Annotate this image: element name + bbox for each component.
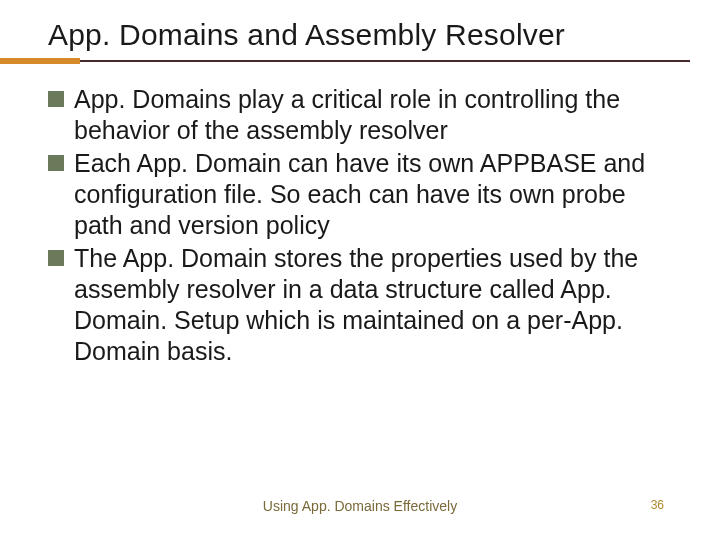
bullet-item: Each App. Domain can have its own APPBAS… <box>48 148 660 241</box>
slide: App. Domains and Assembly Resolver App. … <box>0 0 720 540</box>
bullet-item: The App. Domain stores the properties us… <box>48 243 660 367</box>
title-rule <box>48 60 680 66</box>
square-bullet-icon <box>48 91 64 107</box>
page-number: 36 <box>651 498 664 512</box>
square-bullet-icon <box>48 250 64 266</box>
bullet-text: App. Domains play a critical role in con… <box>74 84 660 146</box>
bullet-text: Each App. Domain can have its own APPBAS… <box>74 148 660 241</box>
bullet-text: The App. Domain stores the properties us… <box>74 243 660 367</box>
footer-text: Using App. Domains Effectively <box>0 498 720 514</box>
content-area: App. Domains play a critical role in con… <box>48 84 680 367</box>
slide-title: App. Domains and Assembly Resolver <box>48 18 680 60</box>
square-bullet-icon <box>48 155 64 171</box>
bullet-item: App. Domains play a critical role in con… <box>48 84 660 146</box>
